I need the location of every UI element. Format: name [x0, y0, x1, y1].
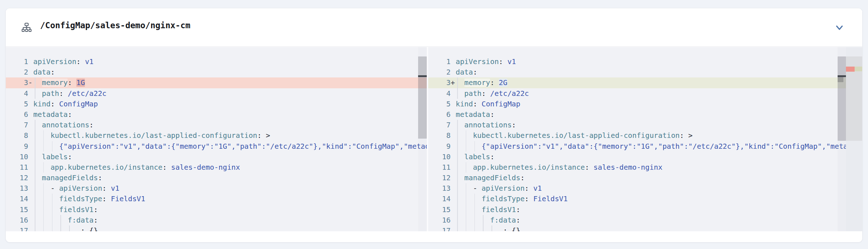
code-text: apiVersion: v1: [33, 56, 94, 67]
code-line: 2data:: [6, 67, 427, 77]
line-number: 5: [428, 99, 451, 109]
code-text: path: /etc/a22c: [42, 88, 107, 99]
code-text: fieldsType: FieldsV1: [59, 194, 145, 204]
indent-guides: [456, 215, 490, 225]
line-number: 16: [428, 215, 451, 225]
line-number: 10: [6, 152, 28, 162]
indent-guides: [33, 77, 42, 88]
code-line: 15fieldsV1:: [6, 204, 427, 215]
indent-guides: [456, 183, 473, 194]
indent-guides: [33, 215, 68, 225]
code-text: {"apiVersion":"v1","data":{"memory":"1G"…: [481, 141, 846, 152]
code-text: data:: [456, 67, 477, 77]
code-line: 11app.kubernetes.io/instance: sales-demo…: [428, 162, 846, 173]
code-text: path: /etc/a22c: [464, 88, 529, 99]
line-number: 4: [428, 88, 451, 99]
code-line: 4path: /etc/a22c: [428, 88, 846, 99]
code-text: kubectl.kubernetes.io/last-applied-confi…: [51, 130, 270, 141]
code-text: managedFields:: [42, 173, 102, 183]
code-line: 8kubectl.kubernetes.io/last-applied-conf…: [6, 130, 427, 141]
code-text: annotations:: [464, 120, 516, 130]
line-number: 7: [6, 120, 28, 130]
code-line: 12managedFields:: [6, 173, 427, 183]
code-line: 1apiVersion: v1: [428, 56, 846, 67]
code-line: 3+memory: 2G: [428, 77, 846, 88]
code-line: 14fieldsType: FieldsV1: [428, 194, 846, 204]
code-text: - apiVersion: v1: [473, 183, 542, 194]
code-text: fieldsV1:: [59, 204, 98, 215]
code-text: memory: 2G: [464, 77, 507, 88]
diff-pane-left: 1apiVersion: v12data:3-memory: 1G4path: …: [6, 47, 427, 232]
line-number: 8: [6, 130, 28, 141]
code-line: 13- apiVersion: v1: [428, 183, 846, 194]
line-number: 13: [6, 183, 28, 194]
indent-guides: [456, 194, 481, 204]
code-text: kind: ConfigMap: [33, 99, 98, 109]
indent-guides: [33, 152, 42, 162]
line-number: 14: [6, 194, 28, 204]
line-number: 15: [428, 204, 451, 215]
code-text: fieldsType: FieldsV1: [481, 194, 567, 204]
left-scrollbar-thumb[interactable]: [418, 56, 427, 139]
code-line: 10labels:: [6, 152, 427, 162]
code-line: 6metadata:: [6, 109, 427, 120]
line-number: 3: [6, 77, 28, 88]
line-number: 3: [428, 77, 451, 88]
line-number: 6: [6, 109, 28, 120]
left-scrollbar-change-marker: [418, 75, 427, 77]
indent-guides: [456, 173, 464, 183]
code-line: 12managedFields:: [428, 173, 846, 183]
line-number: 8: [428, 130, 451, 141]
sitemap-icon: [20, 21, 33, 34]
code-text: data:: [33, 67, 55, 77]
code-line: 9{"apiVersion":"v1","data":{"memory":"1G…: [6, 141, 427, 152]
right-scrollbar-thumb[interactable]: [838, 56, 846, 141]
right-pane-scrollbar[interactable]: [838, 47, 846, 232]
code-text: - apiVersion: v1: [51, 183, 120, 194]
code-line: 16f:data:: [6, 215, 427, 225]
line-number: 14: [428, 194, 451, 204]
code-text: kind: ConfigMap: [456, 99, 520, 109]
card-footer: [6, 231, 862, 242]
chevron-down-icon[interactable]: [834, 22, 845, 33]
diff-overview-ruler[interactable]: [846, 47, 863, 232]
line-number: 12: [428, 173, 451, 183]
diff-marker: -: [28, 77, 33, 88]
indent-guides: [33, 183, 51, 194]
diff-view: 1apiVersion: v12data:3-memory: 1G4path: …: [6, 47, 863, 232]
left-pane-scrollbar[interactable]: [418, 47, 427, 232]
resource-title: /ConfigMap/sales-demo/nginx-cm: [40, 21, 190, 30]
line-number: 16: [6, 215, 28, 225]
indent-guides: [456, 130, 473, 141]
code-line: 5kind: ConfigMap: [428, 99, 846, 109]
resource-header[interactable]: /ConfigMap/sales-demo/nginx-cm: [6, 8, 862, 47]
code-text: metadata:: [33, 109, 72, 120]
line-number: 1: [428, 56, 451, 67]
indent-guides: [33, 173, 42, 183]
code-text: app.kubernetes.io/instance: sales-demo-n…: [51, 162, 240, 173]
line-number: 2: [6, 67, 28, 77]
code-line: 5kind: ConfigMap: [6, 99, 427, 109]
code-line: 13- apiVersion: v1: [6, 183, 427, 194]
code-line: 9{"apiVersion":"v1","data":{"memory":"1G…: [428, 141, 846, 152]
line-number: 12: [6, 173, 28, 183]
diff-card: /ConfigMap/sales-demo/nginx-cm 1apiVersi…: [5, 8, 863, 242]
indent-guides: [456, 152, 464, 162]
indent-guides: [33, 130, 51, 141]
code-text: fieldsV1:: [481, 204, 520, 215]
indent-guides: [33, 162, 51, 173]
code-line: 7annotations:: [428, 120, 846, 130]
page-background: /ConfigMap/sales-demo/nginx-cm 1apiVersi…: [0, 0, 868, 249]
code-text: {"apiVersion":"v1","data":{"memory":"1G"…: [59, 141, 427, 152]
code-line: 11app.kubernetes.io/instance: sales-demo…: [6, 162, 427, 173]
indent-guides: [33, 194, 59, 204]
right-scrollbar-position-marker: [838, 77, 843, 82]
line-number: 9: [6, 141, 28, 152]
line-number: 15: [6, 204, 28, 215]
line-number: 1: [6, 56, 28, 67]
overview-ruler-viewport: [846, 56, 863, 141]
indent-guides: [456, 204, 481, 215]
ruler-addition-mark: [855, 67, 863, 71]
indent-guides: [456, 88, 464, 99]
line-number: 9: [428, 141, 451, 152]
